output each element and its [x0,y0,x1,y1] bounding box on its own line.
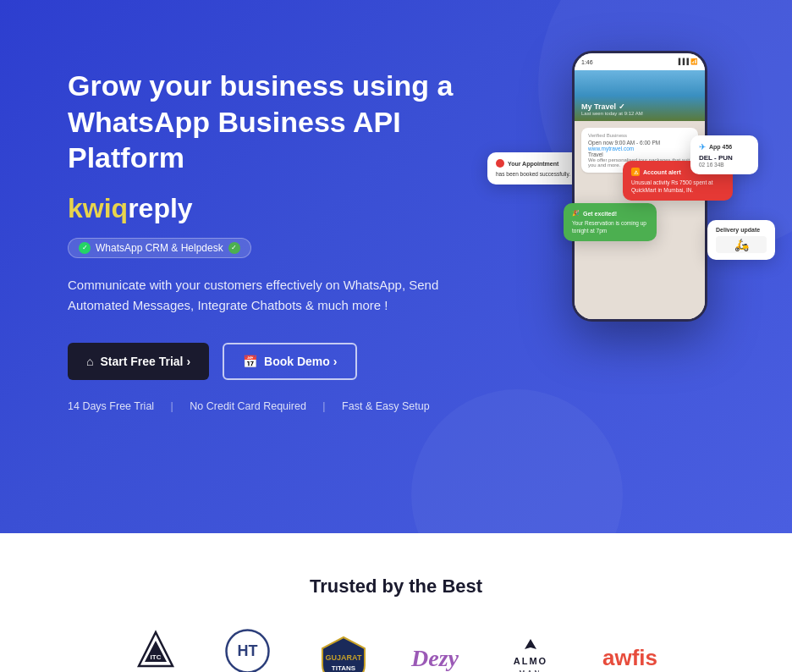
delivery-card: Delivery update 🛵 [707,220,775,260]
easy-setup-text: Fast & Easy Setup [335,400,437,412]
brand-logo: kwiqreply [68,193,465,224]
booking-card-title: 🎉 Get excited! [572,210,648,217]
last-seen: Last seen today at 9:12 AM [581,111,643,116]
flight-code: App 456 [709,144,732,150]
flight-route: DEL - PUN [699,154,750,162]
trial-info: 14 Days Free Trial | No Credit Card Requ… [68,400,465,412]
chat-hours: Open now 9:00 AM - 6:00 PM [588,140,691,146]
alert-icon: ⚠ [631,168,640,176]
book-demo-button[interactable]: 📅 Book Demo › [223,343,357,380]
logo-item-itc: ITC ITC Limited [135,628,177,672]
hero-description: Communicate with your customers effectiv… [68,275,465,316]
phone-signal: ▐▐▐ 📶 [676,58,698,65]
logo-reply: reply [128,193,192,223]
svg-text:ALMO: ALMO [514,656,547,666]
dezy-logo-text: Dezy [411,645,459,672]
separator-1: | [161,400,183,412]
no-card-text: No Credit Card Required [183,400,313,412]
booking-card-text: Your Reservation is coming up tonight at… [572,219,648,234]
verified-icon: ✓ [228,242,240,254]
plane-icon: ✈ [699,142,706,151]
svg-text:MAN: MAN [520,669,542,673]
delivery-visual: 🛵 [716,236,767,253]
almo-logo-svg: ALMO MAN [501,637,560,673]
flight-header: ✈ App 456 [699,142,750,151]
delivery-text: Delivery update [716,227,767,233]
awfis-logo-text: awfis [602,645,657,671]
svg-text:ITC: ITC [151,653,162,661]
whatsapp-badge: ✓ WhatsApp CRM & Helpdesk ✓ [68,238,251,258]
svg-text:HT: HT [237,642,257,659]
itc-logo-svg: ITC [135,628,177,672]
chat-web: www.mytravel.com [588,146,691,151]
ht-logo-svg: HT [224,628,271,672]
trial-days-text: 14 Days Free Trial [68,400,161,412]
badge-label: WhatsApp CRM & Helpdesk [96,242,223,254]
flight-seats: 02 16 34B [699,162,750,168]
badge-wrapper: ✓ WhatsApp CRM & Helpdesk ✓ [68,238,465,258]
calendar-icon: 📅 [243,355,257,368]
home-icon: ⌂ [86,355,93,368]
scooter-icon: 🛵 [734,238,749,251]
hero-content: Grow your business using a WhatsApp Busi… [68,51,465,412]
hero-title: Grow your business using a WhatsApp Busi… [68,68,465,176]
verified-label: Verified Business [588,133,691,138]
logo-item-almo: ALMO MAN [501,637,560,673]
logo-item-awfis: awfis [602,645,657,671]
gt-logo-svg: GUJARAT TITANS [318,633,369,673]
logo-kwiq: kwiq [68,193,128,223]
whatsapp-icon: ✓ [79,242,91,254]
svg-marker-7 [525,639,536,649]
demo-button-label: Book Demo › [264,355,337,368]
chat-type: Travel [588,151,691,157]
phone-header-image: My Travel ✓ Last seen today at 9:12 AM [575,70,705,121]
hero-section: Grow your business using a WhatsApp Busi… [0,0,792,533]
separator-2: | [313,400,335,412]
contact-name: My Travel ✓ [581,102,643,111]
button-group: ⌂ Start Free Trial › 📅 Book Demo › [68,343,465,380]
logo-item-ht: HT Hindustan Times [219,628,276,672]
svg-text:TITANS: TITANS [332,664,356,672]
appointment-card-text: has been booked successfully. [496,170,580,178]
logo-item-dezy: Dezy [411,645,459,672]
phone-status-bar: 1:46 ▐▐▐ 📶 [575,53,705,70]
appointment-card-title: Your Appointment [496,159,580,168]
alert-card-text: Unusual activity Rs 7500 spent at QuickM… [631,179,724,194]
start-trial-button[interactable]: ⌂ Start Free Trial › [68,343,209,380]
phone-time: 1:46 [581,59,593,65]
trusted-section: Trusted by the Best ITC ITC Limited HT H… [0,533,792,672]
trial-button-label: Start Free Trial › [100,355,190,368]
svg-text:GUJARAT: GUJARAT [326,653,362,662]
logo-item-gt: GUJARAT TITANS [318,633,369,673]
flight-card: ✈ App 456 DEL - PUN 02 16 34B [690,135,758,174]
hero-visual: Your Appointment has been booked success… [487,34,758,508]
logos-row: ITC ITC Limited HT Hindustan Times GUJAR… [68,628,724,672]
booking-card: 🎉 Get excited! Your Reservation is comin… [564,203,657,241]
trusted-title: Trusted by the Best [68,576,724,598]
